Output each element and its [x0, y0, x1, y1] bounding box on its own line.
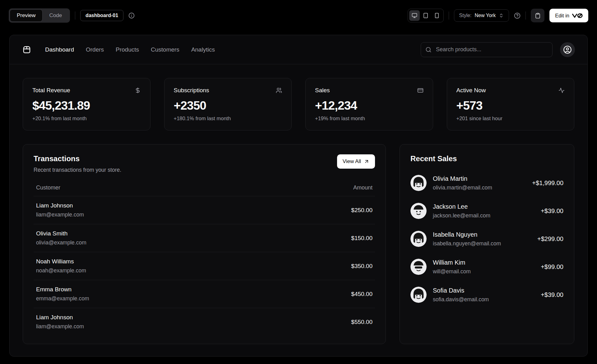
stat-change: +201 since last hour: [456, 116, 565, 121]
stat-card-sales: Sales +12,234 +19% from last month: [305, 78, 433, 130]
sale-customer-email: jackson.lee@email.com: [433, 212, 490, 219]
avatar: [410, 203, 427, 219]
mobile-view-button[interactable]: [432, 10, 442, 21]
stat-cards-row: Total Revenue $45,231.89 +20.1% from las…: [23, 78, 574, 130]
style-select[interactable]: Style: New York: [454, 9, 509, 22]
style-select-value: New York: [475, 13, 496, 18]
store-icon: [22, 45, 31, 54]
tablet-view-button[interactable]: [420, 10, 431, 21]
sale-customer-email: isabella.nguyen@email.com: [433, 240, 501, 247]
stat-change: +20.1% from last month: [32, 116, 141, 121]
view-all-label: View All: [343, 158, 361, 165]
recent-sales-card: Recent Sales Olivia Martin olivia.martin…: [400, 144, 574, 344]
toolbar-separator: [525, 11, 526, 20]
stat-value: $45,231.89: [32, 99, 141, 112]
search-icon: [425, 47, 432, 53]
preview-code-tabs: Preview Code: [9, 8, 70, 23]
arrow-up-right-icon: [364, 159, 369, 164]
customer-email: liam@example.com: [36, 212, 84, 218]
avatar: [410, 175, 427, 191]
help-button[interactable]: [514, 12, 521, 19]
toolbar-right: Style: New York Edit in: [408, 9, 588, 22]
nav-link-products[interactable]: Products: [116, 46, 139, 53]
view-all-button[interactable]: View All: [337, 154, 375, 169]
customer-email: emma@example.com: [36, 295, 89, 302]
transaction-amount: $350.00: [351, 263, 373, 270]
table-row: Noah Williams noah@example.com $350.00: [34, 252, 375, 280]
credit-card-icon: [417, 87, 423, 93]
circle-user-icon: [563, 45, 572, 54]
stat-title: Subscriptions: [174, 87, 209, 94]
customer-email: liam@example.com: [36, 323, 84, 330]
main-grid: Transactions Recent transactions from yo…: [23, 144, 574, 344]
copy-code-button[interactable]: [531, 9, 544, 22]
preview-toolbar: Preview Code dashboard-01: [0, 0, 597, 31]
stat-value: +2350: [174, 99, 282, 112]
stat-change: +180.1% from last month: [174, 116, 282, 121]
stat-title: Sales: [315, 87, 330, 94]
info-icon: [128, 12, 135, 19]
avatar: [410, 259, 427, 275]
sale-customer-name: Sofia Davis: [433, 287, 489, 294]
transactions-subtitle: Recent transactions from your store.: [34, 167, 121, 173]
search-container: [421, 42, 553, 57]
column-header-amount: Amount: [353, 184, 373, 191]
monitor-icon: [412, 13, 417, 18]
sale-customer-name: Jackson Lee: [433, 203, 490, 210]
transactions-table: Customer Amount Liam Johnson liam@exampl…: [34, 181, 375, 336]
nav-link-orders[interactable]: Orders: [86, 46, 104, 53]
store-logo-button[interactable]: [22, 45, 31, 54]
stat-value: +573: [456, 99, 565, 112]
customer-name: Liam Johnson: [36, 202, 84, 209]
sale-amount: +$39.00: [541, 291, 563, 298]
user-menu-button[interactable]: [560, 42, 575, 57]
table-header-row: Customer Amount: [34, 181, 375, 196]
avatar: [410, 287, 427, 303]
transaction-amount: $450.00: [351, 291, 373, 298]
table-row: Liam Johnson liam@example.com $250.00: [34, 196, 375, 224]
toolbar-separator: [75, 11, 75, 20]
chevrons-up-down-icon: [499, 13, 504, 18]
list-item: William Kim will@email.com +$99.00: [410, 259, 563, 275]
table-row: Emma Brown emma@example.com $450.00: [34, 280, 375, 308]
nav-link-dashboard[interactable]: Dashboard: [45, 46, 74, 53]
edit-in-v0-button[interactable]: Edit in: [549, 9, 588, 22]
sale-customer-name: William Kim: [433, 259, 471, 266]
customer-name: Liam Johnson: [36, 314, 84, 321]
customer-name: Olivia Smith: [36, 230, 86, 237]
sale-customer-name: Isabella Nguyen: [433, 231, 501, 238]
info-button[interactable]: [128, 12, 135, 19]
sale-amount: +$39.00: [541, 207, 563, 215]
edit-in-v0-label: Edit in: [555, 13, 569, 19]
desktop-view-button[interactable]: [409, 10, 420, 21]
search-input[interactable]: [421, 42, 553, 57]
sale-amount: +$1,999.00: [532, 180, 563, 187]
list-item: Sofia Davis sofia.davis@email.com +$39.0…: [410, 287, 563, 303]
transaction-amount: $250.00: [351, 207, 373, 214]
customer-email: noah@example.com: [36, 267, 86, 274]
recent-sales-title: Recent Sales: [410, 154, 563, 163]
stat-title: Active Now: [456, 87, 486, 94]
v0-logo-icon: [572, 13, 583, 18]
stat-title: Total Revenue: [32, 87, 70, 94]
tab-code[interactable]: Code: [42, 10, 69, 21]
sale-customer-email: will@email.com: [433, 268, 471, 275]
stat-card-active-now: Active Now +573 +201 since last hour: [447, 78, 575, 130]
table-row: Olivia Smith olivia@example.com $150.00: [34, 224, 375, 252]
stat-card-subscriptions: Subscriptions +2350 +180.1% from last mo…: [164, 78, 292, 130]
style-select-label: Style:: [459, 13, 472, 18]
stat-card-total-revenue: Total Revenue $45,231.89 +20.1% from las…: [23, 78, 150, 130]
dashboard-navbar: Dashboard Orders Products Customers Anal…: [10, 35, 587, 64]
help-circle-icon: [514, 12, 521, 19]
list-item: Jackson Lee jackson.lee@email.com +$39.0…: [410, 203, 563, 219]
avatar: [410, 231, 427, 247]
sale-customer-name: Olivia Martin: [433, 175, 492, 182]
nav-link-customers[interactable]: Customers: [151, 46, 179, 53]
tablet-icon: [423, 13, 428, 18]
tab-preview[interactable]: Preview: [10, 10, 42, 21]
nav-link-analytics[interactable]: Analytics: [191, 46, 215, 53]
clipboard-icon: [535, 13, 541, 19]
transactions-card: Transactions Recent transactions from yo…: [23, 144, 386, 344]
toolbar-left: Preview Code dashboard-01: [9, 8, 135, 23]
customer-name: Emma Brown: [36, 286, 89, 293]
